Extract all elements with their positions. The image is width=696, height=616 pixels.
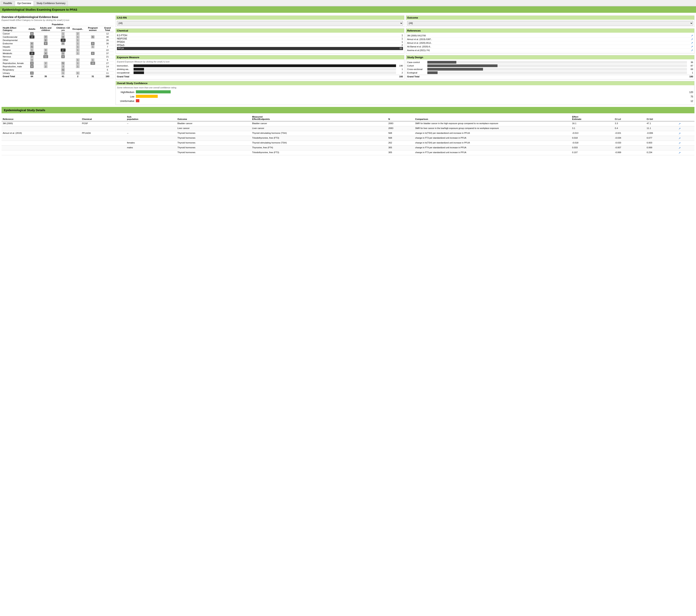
exp-label: occupational bbox=[117, 72, 132, 74]
table-cell bbox=[36, 32, 55, 35]
table-cell: 1 bbox=[71, 42, 84, 45]
sd-bar bbox=[427, 64, 497, 67]
ref-link-icon[interactable]: ↗ bbox=[691, 49, 693, 52]
detail-effect: 16.1 bbox=[571, 121, 614, 126]
table-total: 26 bbox=[101, 38, 114, 42]
ref-link-icon[interactable]: ↗ bbox=[691, 45, 693, 48]
sd-value: 193 bbox=[690, 75, 693, 78]
detail-subpop: -- bbox=[126, 131, 176, 136]
detail-comparison: change in ln(TSH) per standardized unit … bbox=[414, 131, 571, 136]
detail-outcome: Thyroid hormones bbox=[176, 141, 251, 145]
tab-epi-overview[interactable]: Epi Overview bbox=[15, 1, 34, 6]
conf-label: Uninformative bbox=[117, 100, 134, 103]
table-cell: 1 bbox=[71, 58, 84, 62]
detail-effect: 0.107 bbox=[571, 151, 614, 155]
detail-endpoint: Triiodothyronine, free (FT3) bbox=[251, 136, 387, 141]
details-header: Epidemiological Study Details bbox=[2, 107, 694, 113]
table-cell: 9 bbox=[27, 62, 36, 65]
chemical-item[interactable]: PFDDA1 bbox=[117, 41, 403, 44]
tab-readme[interactable]: ReadMe bbox=[1, 1, 15, 6]
outcome-select[interactable]: (All) bbox=[407, 21, 693, 26]
confidence-item: Low 75 bbox=[117, 95, 693, 98]
conf-bar bbox=[136, 90, 171, 93]
ref-link-icon[interactable]: ↗ bbox=[691, 41, 693, 45]
th-outcome: Outcome bbox=[176, 115, 251, 121]
main-section-header: Epidemiological Studies Examining Exposu… bbox=[0, 6, 696, 13]
table-cell: 5 bbox=[27, 45, 36, 48]
chemical-item[interactable]: PFDeS2 bbox=[117, 44, 403, 47]
detail-link[interactable]: ↗ bbox=[677, 145, 694, 151]
chem-name: PFDDA bbox=[117, 41, 125, 43]
conf-value: 12 bbox=[691, 100, 693, 103]
sd-bar-container bbox=[427, 68, 687, 71]
detail-comparison: change in FT3 per standardized unit incr… bbox=[414, 136, 571, 141]
detail-chemical bbox=[81, 141, 126, 145]
exp-value: 1 bbox=[397, 68, 403, 71]
table-category: Cardiovascular bbox=[2, 35, 27, 38]
chem-name: NEtFOSE bbox=[117, 37, 127, 40]
chemical-item[interactable]: PFUA55 bbox=[117, 47, 403, 50]
detail-link-icon[interactable]: ↗ bbox=[678, 132, 681, 135]
chemical-list: 8:2-FTOH1NEtFOSE1PFDDA1PFDeS2PFUA55 bbox=[117, 34, 403, 50]
detail-n: 2083 bbox=[387, 126, 414, 131]
table-cell: 1 bbox=[71, 38, 84, 42]
ref-link-icon[interactable]: ↗ bbox=[691, 34, 693, 37]
table-total: 37 bbox=[101, 52, 114, 55]
table-cell: 31 bbox=[84, 75, 101, 78]
detail-link-icon[interactable]: ↗ bbox=[678, 127, 681, 130]
table-cell: 1 bbox=[71, 52, 84, 55]
detail-link-icon[interactable]: ↗ bbox=[678, 122, 681, 125]
chemical-item[interactable]: 8:2-FTOH1 bbox=[117, 34, 403, 37]
sd-label: Grand Total bbox=[407, 75, 420, 78]
details-table: Reference Chemical Sub-population Outcom… bbox=[2, 115, 694, 155]
detail-reference bbox=[2, 151, 81, 155]
conf-bar-wrap bbox=[136, 90, 687, 94]
detail-link-icon[interactable]: ↗ bbox=[678, 151, 681, 154]
sd-bar bbox=[427, 68, 483, 71]
detail-lcl: -0.033 bbox=[614, 141, 646, 145]
confidence-item: Uninformative 12 bbox=[117, 99, 693, 103]
detail-link[interactable]: ↗ bbox=[677, 151, 694, 155]
table-cell: 3 bbox=[27, 58, 36, 62]
cas-rn-select[interactable]: (All) bbox=[117, 21, 403, 26]
table-cell bbox=[84, 48, 101, 52]
detail-link-icon[interactable]: ↗ bbox=[678, 137, 681, 140]
table-cell: 1 bbox=[84, 45, 101, 48]
detail-link-icon[interactable]: ↗ bbox=[678, 147, 681, 150]
detail-link[interactable]: ↗ bbox=[677, 131, 694, 136]
left-panel: Overview of Epidemiological Evidence Bas… bbox=[2, 15, 114, 105]
table-cell: 2 bbox=[71, 75, 84, 78]
detail-ucl: 0.077 bbox=[646, 136, 678, 141]
detail-reference bbox=[2, 141, 81, 145]
sd-bar-container bbox=[427, 61, 687, 64]
col-total: Grand Total bbox=[101, 26, 114, 32]
outcome-panel: Outcome (All) bbox=[406, 15, 695, 27]
detail-link[interactable]: ↗ bbox=[677, 136, 694, 141]
detail-comparison: SMR for liver cancer in the low/high exp… bbox=[414, 126, 571, 131]
detail-reference bbox=[2, 145, 81, 151]
confidence-list: High/Medium 120 Low 75 Uninformative 12 bbox=[117, 90, 693, 103]
col-adults-children: Adults and children bbox=[36, 26, 55, 32]
detail-n: 568 bbox=[387, 131, 414, 136]
detail-comparison: change in ln(TSH) per standardized unit … bbox=[414, 141, 571, 145]
tab-study-confidence[interactable]: Study Confidence Summary bbox=[34, 1, 68, 6]
table-cell: 10 bbox=[84, 62, 101, 65]
detail-link-icon[interactable]: ↗ bbox=[678, 141, 681, 144]
detail-link[interactable]: ↗ bbox=[677, 126, 694, 131]
detail-lcl: -0.021 bbox=[614, 131, 646, 136]
detail-link[interactable]: ↗ bbox=[677, 121, 694, 126]
exp-label: Grand Total bbox=[117, 75, 129, 78]
detail-outcome: Thyroid hormones bbox=[176, 131, 251, 136]
detail-ucl: 11.1 bbox=[646, 126, 678, 131]
chemical-item[interactable]: NEtFOSE1 bbox=[117, 37, 403, 41]
detail-link[interactable]: ↗ bbox=[677, 141, 694, 145]
table-cell: 61 bbox=[55, 75, 71, 78]
sd-label: Case-control bbox=[407, 61, 427, 63]
table-cell: 2 bbox=[36, 65, 55, 68]
confidence-title: Overall Study Confidence bbox=[116, 81, 694, 85]
th-n: N bbox=[387, 115, 414, 121]
exposure-title: Exposure Measure bbox=[116, 55, 404, 59]
detail-subpop: -- bbox=[126, 121, 176, 126]
detail-outcome: Thyroid hormones bbox=[176, 151, 251, 155]
ref-link-icon[interactable]: ↗ bbox=[691, 38, 693, 41]
